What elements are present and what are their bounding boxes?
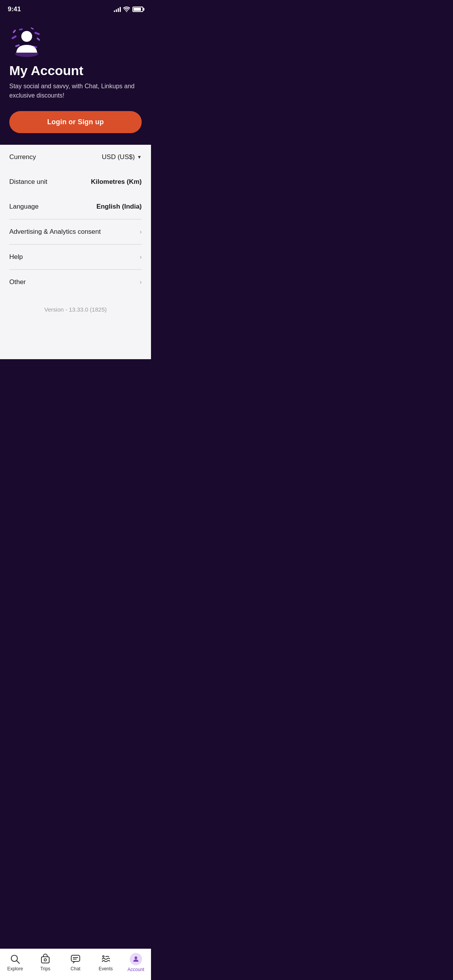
currency-value: USD (US$) ▼ xyxy=(102,153,142,161)
distance-row[interactable]: Distance unit Kilometres (Km) xyxy=(0,170,151,194)
distance-label: Distance unit xyxy=(9,178,47,186)
advertising-chevron-icon: › xyxy=(140,228,142,235)
help-label: Help xyxy=(9,253,23,261)
currency-dropdown-icon: ▼ xyxy=(137,154,142,160)
status-icons xyxy=(114,7,143,12)
signal-icon xyxy=(114,7,121,12)
svg-rect-4 xyxy=(36,37,40,41)
header-section: My Account Stay social and savvy, with C… xyxy=(0,17,151,149)
distance-value: Kilometres (Km) xyxy=(91,178,142,186)
status-bar: 9:41 xyxy=(0,0,151,17)
svg-rect-2 xyxy=(12,29,16,33)
language-value: English (India) xyxy=(96,203,142,211)
avatar xyxy=(9,25,40,56)
currency-label: Currency xyxy=(9,153,36,161)
currency-row[interactable]: Currency USD (US$) ▼ xyxy=(0,145,151,170)
other-chevron-icon: › xyxy=(140,279,142,286)
avatar-illustration xyxy=(9,25,44,60)
other-row[interactable]: Other › xyxy=(0,270,151,295)
battery-icon xyxy=(132,7,143,12)
svg-rect-7 xyxy=(19,28,23,31)
other-label: Other xyxy=(9,278,26,286)
page-title: My Account xyxy=(9,63,142,78)
svg-rect-8 xyxy=(31,27,34,30)
status-time: 9:41 xyxy=(8,5,21,13)
login-signup-button[interactable]: Login or Sign up xyxy=(9,111,142,133)
help-row[interactable]: Help › xyxy=(0,245,151,269)
advertising-label: Advertising & Analytics consent xyxy=(9,228,101,236)
main-content: Currency USD (US$) ▼ Distance unit Kilom… xyxy=(0,145,151,359)
language-label: Language xyxy=(9,203,39,211)
page-subtitle: Stay social and savvy, with Chat, Linkup… xyxy=(9,82,142,100)
advertising-row[interactable]: Advertising & Analytics consent › xyxy=(0,219,151,244)
svg-rect-6 xyxy=(15,44,20,47)
wifi-icon xyxy=(123,7,130,12)
help-chevron-icon: › xyxy=(140,254,142,260)
language-row[interactable]: Language English (India) xyxy=(0,194,151,219)
svg-rect-1 xyxy=(11,35,17,39)
svg-point-9 xyxy=(21,31,32,42)
svg-rect-3 xyxy=(34,32,40,35)
version-text: Version - 13.33.0 (1825) xyxy=(0,295,151,320)
